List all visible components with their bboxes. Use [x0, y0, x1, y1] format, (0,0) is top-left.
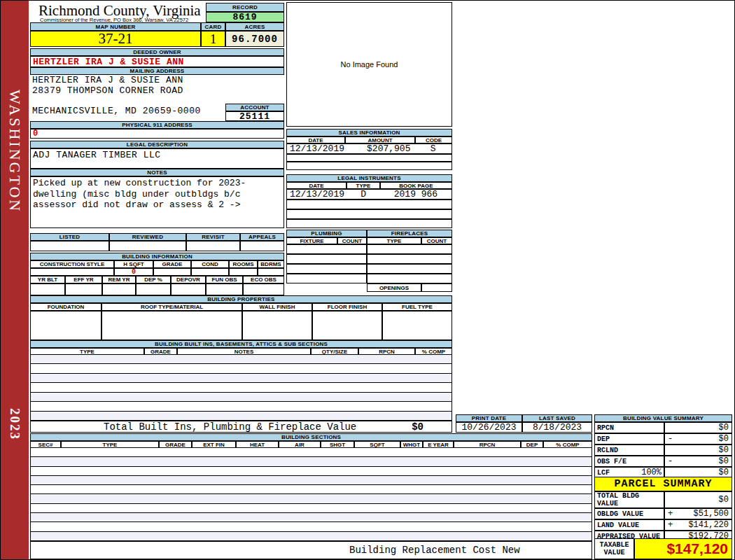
obs-fe-value: $0	[719, 456, 729, 466]
dep-row: DEP -$0	[594, 433, 732, 444]
col-sqft: SQFT	[354, 441, 400, 448]
last-saved-header: LAST SAVED	[522, 414, 592, 422]
legal-instruments-empty-row	[286, 209, 452, 219]
legal-instrument-row: 12/13/2019 D 2019 966	[286, 189, 452, 200]
appeals-cell	[240, 241, 284, 251]
eff-yr-cell	[65, 284, 102, 295]
taxable-value-label: TAXABLE VALUE	[594, 538, 634, 559]
col-qty-size: QTY/SIZE	[311, 348, 358, 355]
record-header: RECORD	[206, 3, 284, 12]
table-row	[31, 402, 451, 411]
table-row	[31, 476, 592, 485]
notes-line: Picked up at new construction for 2023-	[33, 178, 281, 189]
instrument-type: D	[346, 189, 380, 200]
table-row	[31, 355, 451, 364]
building-sections-columns: SEC# TYPE GRADE EXT FIN HEAT AIR SHGT SQ…	[30, 441, 592, 448]
taxable-value: $147,120	[634, 538, 732, 559]
land-value-cell: +$141,220	[664, 519, 732, 531]
grade-cell	[153, 268, 191, 276]
col-yr-blt: YR BLT	[30, 276, 65, 284]
table-row	[31, 457, 592, 466]
table-row	[31, 504, 592, 513]
property-photo-placeholder: No Image Found	[286, 2, 452, 127]
building-properties-columns: FOUNDATION ROOF TYPE/MATERIAL WALL FINIS…	[30, 303, 452, 311]
sidebar-year-label: 2023	[7, 408, 22, 440]
building-sections-footer-row: Building Replacement Cost New	[30, 541, 592, 559]
rpcn-value: $0	[719, 423, 729, 433]
obs-fe-label: OBS F/E	[594, 456, 664, 467]
land-label: LAND VALUE	[594, 519, 664, 531]
col-grade: GRADE	[153, 260, 191, 268]
parcel-summary-header: PARCEL SUMMARY	[594, 477, 732, 491]
sales-row: 12/13/2019 $207,905 S	[286, 144, 452, 154]
property-record-card: WASHINGTON 2023 Richmond County, Virgini…	[0, 0, 735, 560]
fireplaces-header: FIREPLACES	[367, 230, 452, 237]
fireplaces-cell	[367, 264, 452, 274]
building-sections-empty-rows	[30, 448, 592, 541]
obs-fe-row: OBS F/E -$0	[594, 456, 732, 467]
acres-header: ACRES	[225, 22, 284, 31]
dep-pct-cell	[136, 284, 171, 295]
legal-description-value: ADJ TANAGER TIMBER LLC	[30, 148, 284, 169]
col-air: AIR	[279, 441, 321, 448]
building-information-values-2	[30, 284, 284, 295]
fireplaces-cell	[367, 274, 452, 284]
col-reviewed: REVIEWED	[109, 233, 186, 241]
obldg-value-cell: +$51,500	[664, 508, 732, 519]
col-ext-fin: EXT FIN	[192, 441, 236, 448]
sales-empty-row	[286, 162, 452, 170]
mailing-line: 28379 THOMPSON CORNER ROAD	[32, 85, 183, 96]
mailing-line: MECHANICSVILLE, MD 20659-0000	[32, 106, 201, 116]
col-count: COUNT	[421, 237, 452, 244]
sale-amount: $207,905	[345, 144, 414, 154]
col-depovr: DEPOVR	[171, 276, 206, 284]
rooms-cell	[229, 268, 258, 276]
openings-label: OPENINGS	[367, 284, 421, 292]
col-dep-pct: DEP %	[136, 276, 171, 284]
revisit-cell	[186, 241, 240, 251]
lcf-value: $0	[719, 468, 729, 477]
table-row	[31, 485, 592, 494]
plumbing-fireplaces-row	[286, 274, 452, 284]
col-whgt: WHGT	[400, 441, 423, 448]
page-title: Richmond County, Virginia	[38, 2, 205, 17]
table-row	[31, 393, 451, 402]
legal-instruments-header: LEGAL INSTRUMENTS	[286, 174, 452, 182]
col-fixture: FIXTURE	[286, 237, 337, 244]
obs-fe-value-cell: -$0	[664, 456, 732, 467]
table-row	[31, 374, 451, 383]
physical-address-header: PHYSICAL 911 ADDRESS	[30, 121, 284, 129]
col-appeals: APPEALS	[240, 233, 284, 241]
dep-label: DEP	[594, 433, 664, 444]
record-value[interactable]: 8619	[206, 12, 284, 22]
lcf-label: LCF	[597, 469, 610, 477]
mailing-line: HERTZLER IRA J & SUSIE ANN	[32, 75, 183, 85]
dep-value-cell: -$0	[664, 433, 732, 444]
plumbing-cell	[286, 274, 367, 284]
built-ins-empty-rows	[30, 355, 452, 421]
table-row	[31, 448, 592, 457]
land-row: LAND VALUE +$141,220	[594, 519, 732, 531]
total-bldg-value-cell: $0	[664, 491, 732, 508]
print-date-header: PRINT DATE	[456, 414, 522, 422]
map-number-value[interactable]: 37-21	[30, 31, 201, 47]
col-pct-comp: % COMP	[543, 441, 592, 448]
sidebar-state-label: WASHINGTON	[6, 90, 24, 213]
built-ins-header: BUILDING BUILT INS, BASEMENTS, ATTICS & …	[30, 340, 452, 348]
total-bldg-value: $0	[719, 495, 729, 505]
instrument-book-page: 2019 966	[380, 189, 451, 200]
col-roof-type: ROOF TYPE/MATERIAL	[102, 303, 242, 311]
card-value[interactable]: 1	[201, 31, 225, 47]
legal-description-header: LEGAL DESCRIPTION	[30, 141, 284, 148]
taxable-label-line: TAXABLE	[599, 541, 629, 549]
notes-header: NOTES	[30, 169, 284, 176]
sales-empty-row	[286, 154, 452, 162]
total-bldg-label: TOTAL BLDG VALUE	[594, 491, 664, 508]
page-subtitle: Commissioner of the Revenue, PO Box 366,…	[40, 17, 205, 22]
building-replacement-cost-label: Building Replacement Cost New	[31, 545, 520, 556]
col-sec-num: SEC#	[30, 441, 61, 448]
sales-information-header: SALES INFORMATION	[286, 129, 452, 136]
foundation-cell	[30, 311, 102, 340]
built-ins-total-value: $0	[412, 421, 451, 433]
fireplaces-cell	[367, 244, 452, 254]
